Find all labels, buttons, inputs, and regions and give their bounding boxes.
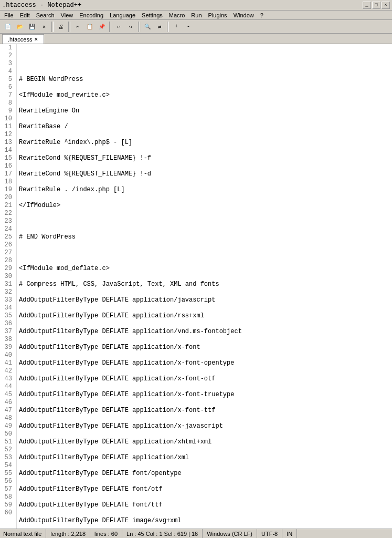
menu-item-edit[interactable]: Edit bbox=[17, 11, 33, 20]
close-button[interactable]: × bbox=[382, 2, 390, 9]
minimize-button[interactable]: _ bbox=[363, 2, 371, 9]
tab-htaccess[interactable]: .htaccess ✕ bbox=[2, 34, 44, 44]
close-doc-button[interactable]: ✕ bbox=[38, 21, 50, 33]
maximize-button[interactable]: □ bbox=[372, 2, 380, 9]
toolbar-sep-1 bbox=[51, 22, 54, 32]
code-line-29: AddOutputFilterByType DEFLATE font/ttf bbox=[19, 501, 390, 509]
find-button[interactable]: 🔍 bbox=[142, 21, 153, 33]
status-line-ending: Windows (CR LF) bbox=[203, 529, 257, 538]
code-line-13 bbox=[19, 249, 390, 257]
replace-button[interactable]: ⇄ bbox=[154, 21, 165, 33]
code-line-1 bbox=[19, 60, 390, 68]
code-line-9: RewriteRule . /index.php [L] bbox=[19, 186, 390, 194]
redo-button[interactable]: ↪ bbox=[125, 21, 136, 33]
code-line-23: AddOutputFilterByType DEFLATE applicatio… bbox=[19, 407, 390, 415]
menu-item-plugins[interactable]: Plugins bbox=[205, 11, 230, 20]
status-length: length : 2,218 bbox=[46, 529, 90, 538]
line-numbers: 1234567891011121314151617181920212223242… bbox=[0, 44, 17, 529]
menu-item-run[interactable]: Run bbox=[188, 11, 205, 20]
open-button[interactable]: 📂 bbox=[14, 21, 26, 33]
tab-bar: .htaccess ✕ bbox=[0, 34, 392, 44]
code-line-4: RewriteEngine On bbox=[19, 107, 390, 115]
menu-item-view[interactable]: View bbox=[58, 11, 77, 20]
undo-button[interactable]: ↩ bbox=[113, 21, 124, 33]
code-line-16: AddOutputFilterByType DEFLATE applicatio… bbox=[19, 296, 390, 304]
status-bar: Normal text file length : 2,218 lines : … bbox=[0, 529, 392, 538]
code-line-25: AddOutputFilterByType DEFLATE applicatio… bbox=[19, 438, 390, 446]
tab-close-icon[interactable]: ✕ bbox=[34, 37, 38, 42]
cut-button[interactable]: ✂ bbox=[72, 21, 83, 33]
status-encoding: UTF-8 bbox=[257, 529, 282, 538]
title-bar-text: .htaccess - Notepad++ bbox=[2, 2, 81, 9]
title-bar-buttons: _ □ × bbox=[363, 2, 390, 9]
toolbar-sep-4 bbox=[138, 22, 140, 32]
code-line-24: AddOutputFilterByType DEFLATE applicatio… bbox=[19, 422, 390, 430]
new-button[interactable]: 📄 bbox=[2, 21, 14, 33]
status-position: Ln : 45 Col : 1 Sel : 619 | 16 bbox=[122, 529, 203, 538]
code-line-11 bbox=[19, 218, 390, 225]
code-line-2: # BEGIN WordPress bbox=[19, 76, 390, 84]
zoom-out-button[interactable]: - bbox=[183, 21, 194, 33]
code-line-10: </IfModule> bbox=[19, 202, 390, 210]
status-lines: lines : 60 bbox=[90, 529, 122, 538]
code-line-15: # Compress HTML, CSS, JavaScript, Text, … bbox=[19, 281, 390, 288]
status-ins: IN bbox=[282, 529, 297, 538]
editor-area: 1234567891011121314151617181920212223242… bbox=[0, 44, 392, 529]
copy-button[interactable]: 📋 bbox=[84, 21, 96, 33]
code-line-22: AddOutputFilterByType DEFLATE applicatio… bbox=[19, 391, 390, 399]
menu-item-language[interactable]: Language bbox=[107, 11, 139, 20]
code-line-21: AddOutputFilterByType DEFLATE applicatio… bbox=[19, 375, 390, 383]
code-line-28: AddOutputFilterByType DEFLATE font/otf bbox=[19, 485, 390, 493]
code-content[interactable]: # BEGIN WordPress <IfModule mod_rewrite.… bbox=[17, 44, 392, 529]
menu-item-window[interactable]: Window bbox=[230, 11, 257, 20]
print-button[interactable]: 🖨 bbox=[55, 21, 67, 33]
toolbar-sep-2 bbox=[68, 22, 70, 32]
menu-item-macro[interactable]: Macro bbox=[166, 11, 188, 20]
save-button[interactable]: 💾 bbox=[26, 21, 38, 33]
code-line-19: AddOutputFilterByType DEFLATE applicatio… bbox=[19, 344, 390, 351]
toolbar: 📄 📂 💾 ✕ 🖨 ✂ 📋 📌 ↩ ↪ 🔍 ⇄ + - bbox=[0, 20, 392, 34]
menu-item-?[interactable]: ? bbox=[257, 11, 267, 20]
menu-item-search[interactable]: Search bbox=[33, 11, 58, 20]
code-line-12: # END WordPress bbox=[19, 233, 390, 241]
toolbar-sep-3 bbox=[109, 22, 111, 32]
zoom-in-button[interactable]: + bbox=[171, 21, 182, 33]
status-file-type: Normal text file bbox=[3, 529, 46, 538]
code-line-18: AddOutputFilterByType DEFLATE applicatio… bbox=[19, 328, 390, 336]
code-line-14: <IfModule mod_deflate.c> bbox=[19, 265, 390, 273]
code-line-5: RewriteBase / bbox=[19, 123, 390, 131]
toolbar-sep-5 bbox=[167, 22, 169, 32]
menu-bar: FileEditSearchViewEncodingLanguageSettin… bbox=[0, 11, 392, 20]
code-line-20: AddOutputFilterByType DEFLATE applicatio… bbox=[19, 359, 390, 367]
tab-label: .htaccess bbox=[8, 36, 32, 43]
menu-item-encoding[interactable]: Encoding bbox=[76, 11, 107, 20]
code-line-17: AddOutputFilterByType DEFLATE applicatio… bbox=[19, 312, 390, 320]
code-line-6: RewriteRule ^index\.php$ - [L] bbox=[19, 139, 390, 147]
menu-item-settings[interactable]: Settings bbox=[139, 11, 166, 20]
code-line-3: <IfModule mod_rewrite.c> bbox=[19, 91, 390, 99]
code-line-27: AddOutputFilterByType DEFLATE font/opent… bbox=[19, 470, 390, 478]
title-bar: .htaccess - Notepad++ _ □ × bbox=[0, 0, 392, 11]
code-line-7: RewriteCond %{REQUEST_FILENAME} !-f bbox=[19, 154, 390, 162]
paste-button[interactable]: 📌 bbox=[96, 21, 108, 33]
code-line-8: RewriteCond %{REQUEST_FILENAME} !-d bbox=[19, 170, 390, 178]
code-line-26: AddOutputFilterByType DEFLATE applicatio… bbox=[19, 454, 390, 462]
code-line-30: AddOutputFilterByType DEFLATE image/svg+… bbox=[19, 517, 390, 525]
menu-item-file[interactable]: File bbox=[1, 11, 17, 20]
